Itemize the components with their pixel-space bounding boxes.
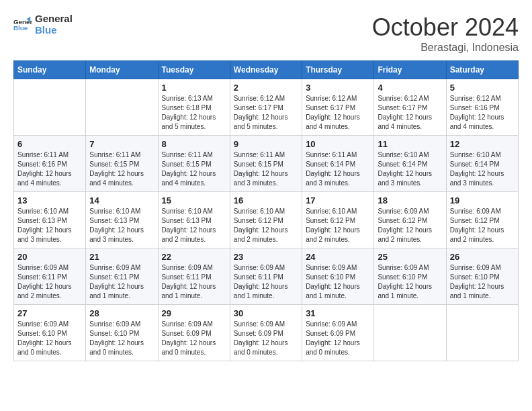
day-number: 11 — [378, 139, 442, 149]
calendar-table: SundayMondayTuesdayWednesdayThursdayFrid… — [13, 60, 519, 361]
day-info: Sunrise: 6:09 AM Sunset: 6:10 PM Dayligh… — [378, 263, 442, 301]
calendar-cell: 28Sunrise: 6:09 AM Sunset: 6:10 PM Dayli… — [86, 305, 158, 361]
calendar-cell: 6Sunrise: 6:11 AM Sunset: 6:16 PM Daylig… — [14, 136, 86, 192]
day-info: Sunrise: 6:10 AM Sunset: 6:13 PM Dayligh… — [17, 207, 82, 244]
day-info: Sunrise: 6:09 AM Sunset: 6:09 PM Dayligh… — [162, 320, 226, 357]
day-info: Sunrise: 6:12 AM Sunset: 6:17 PM Dayligh… — [306, 94, 370, 132]
calendar-cell: 5Sunrise: 6:12 AM Sunset: 6:16 PM Daylig… — [446, 79, 518, 136]
day-of-week-header: Tuesday — [158, 61, 230, 79]
day-number: 31 — [306, 308, 370, 318]
day-of-week-header: Friday — [374, 61, 446, 79]
logo-general: General — [35, 13, 73, 25]
day-number: 6 — [17, 139, 82, 149]
day-number: 10 — [306, 139, 370, 149]
day-number: 8 — [162, 139, 226, 149]
day-info: Sunrise: 6:10 AM Sunset: 6:13 PM Dayligh… — [89, 207, 154, 244]
day-info: Sunrise: 6:09 AM Sunset: 6:10 PM Dayligh… — [17, 320, 82, 357]
day-number: 15 — [162, 195, 226, 205]
day-number: 2 — [234, 83, 298, 93]
day-number: 4 — [378, 83, 442, 93]
calendar-cell: 9Sunrise: 6:11 AM Sunset: 6:15 PM Daylig… — [230, 136, 302, 192]
day-of-week-header: Monday — [86, 61, 158, 79]
calendar-cell: 4Sunrise: 6:12 AM Sunset: 6:17 PM Daylig… — [374, 79, 446, 136]
calendar-cell — [374, 305, 446, 361]
calendar-cell: 1Sunrise: 6:13 AM Sunset: 6:18 PM Daylig… — [158, 79, 230, 136]
calendar-cell: 23Sunrise: 6:09 AM Sunset: 6:11 PM Dayli… — [230, 248, 302, 305]
calendar-cell: 24Sunrise: 6:09 AM Sunset: 6:10 PM Dayli… — [302, 248, 374, 305]
calendar-cell: 31Sunrise: 6:09 AM Sunset: 6:09 PM Dayli… — [302, 305, 374, 361]
day-info: Sunrise: 6:10 AM Sunset: 6:12 PM Dayligh… — [306, 207, 370, 244]
day-of-week-header: Thursday — [302, 61, 374, 79]
day-number: 25 — [378, 252, 442, 262]
calendar-cell: 21Sunrise: 6:09 AM Sunset: 6:11 PM Dayli… — [86, 248, 158, 305]
day-of-week-header: Wednesday — [230, 61, 302, 79]
calendar-cell: 30Sunrise: 6:09 AM Sunset: 6:09 PM Dayli… — [230, 305, 302, 361]
calendar-cell: 7Sunrise: 6:11 AM Sunset: 6:15 PM Daylig… — [86, 136, 158, 192]
day-info: Sunrise: 6:11 AM Sunset: 6:15 PM Dayligh… — [162, 150, 226, 188]
day-number: 16 — [234, 195, 298, 205]
logo-blue: Blue — [35, 25, 73, 36]
day-info: Sunrise: 6:10 AM Sunset: 6:12 PM Dayligh… — [234, 207, 298, 244]
calendar-week-row: 20Sunrise: 6:09 AM Sunset: 6:11 PM Dayli… — [14, 248, 519, 305]
day-info: Sunrise: 6:09 AM Sunset: 6:11 PM Dayligh… — [17, 263, 82, 301]
svg-text:Blue: Blue — [13, 24, 28, 32]
calendar-cell: 11Sunrise: 6:10 AM Sunset: 6:14 PM Dayli… — [374, 136, 446, 192]
day-info: Sunrise: 6:11 AM Sunset: 6:15 PM Dayligh… — [234, 150, 298, 188]
calendar-cell: 17Sunrise: 6:10 AM Sunset: 6:12 PM Dayli… — [302, 192, 374, 248]
day-info: Sunrise: 6:10 AM Sunset: 6:13 PM Dayligh… — [162, 207, 226, 244]
day-info: Sunrise: 6:13 AM Sunset: 6:18 PM Dayligh… — [162, 94, 226, 132]
calendar-cell: 20Sunrise: 6:09 AM Sunset: 6:11 PM Dayli… — [14, 248, 86, 305]
day-of-week-header: Saturday — [446, 61, 518, 79]
day-info: Sunrise: 6:12 AM Sunset: 6:16 PM Dayligh… — [450, 94, 515, 132]
day-number: 24 — [306, 252, 370, 262]
day-info: Sunrise: 6:09 AM Sunset: 6:12 PM Dayligh… — [450, 207, 515, 244]
day-info: Sunrise: 6:09 AM Sunset: 6:11 PM Dayligh… — [162, 263, 226, 301]
day-number: 30 — [234, 308, 298, 318]
day-info: Sunrise: 6:09 AM Sunset: 6:10 PM Dayligh… — [89, 320, 154, 357]
day-number: 13 — [17, 195, 82, 205]
day-info: Sunrise: 6:11 AM Sunset: 6:15 PM Dayligh… — [89, 150, 154, 188]
calendar-cell: 29Sunrise: 6:09 AM Sunset: 6:09 PM Dayli… — [158, 305, 230, 361]
day-info: Sunrise: 6:09 AM Sunset: 6:09 PM Dayligh… — [234, 320, 298, 357]
calendar-cell: 18Sunrise: 6:09 AM Sunset: 6:12 PM Dayli… — [374, 192, 446, 248]
day-number: 7 — [89, 139, 154, 149]
logo: General Blue General Blue — [13, 13, 73, 36]
day-of-week-header: Sunday — [14, 61, 86, 79]
day-number: 21 — [89, 252, 154, 262]
day-number: 1 — [162, 83, 226, 93]
day-info: Sunrise: 6:09 AM Sunset: 6:10 PM Dayligh… — [450, 263, 515, 301]
calendar-cell — [446, 305, 518, 361]
calendar-cell: 13Sunrise: 6:10 AM Sunset: 6:13 PM Dayli… — [14, 192, 86, 248]
title-block: October 2024 Berastagi, Indonesia — [372, 13, 519, 54]
calendar-cell — [86, 79, 158, 136]
day-number: 27 — [17, 308, 82, 318]
calendar-header: SundayMondayTuesdayWednesdayThursdayFrid… — [14, 61, 519, 79]
calendar-cell: 27Sunrise: 6:09 AM Sunset: 6:10 PM Dayli… — [14, 305, 86, 361]
calendar-cell: 12Sunrise: 6:10 AM Sunset: 6:14 PM Dayli… — [446, 136, 518, 192]
day-info: Sunrise: 6:10 AM Sunset: 6:14 PM Dayligh… — [378, 150, 442, 188]
day-number: 28 — [89, 308, 154, 318]
calendar-cell: 19Sunrise: 6:09 AM Sunset: 6:12 PM Dayli… — [446, 192, 518, 248]
calendar-week-row: 27Sunrise: 6:09 AM Sunset: 6:10 PM Dayli… — [14, 305, 519, 361]
calendar-cell: 22Sunrise: 6:09 AM Sunset: 6:11 PM Dayli… — [158, 248, 230, 305]
day-info: Sunrise: 6:10 AM Sunset: 6:14 PM Dayligh… — [450, 150, 515, 188]
day-number: 9 — [234, 139, 298, 149]
day-info: Sunrise: 6:11 AM Sunset: 6:16 PM Dayligh… — [17, 150, 82, 188]
day-info: Sunrise: 6:09 AM Sunset: 6:10 PM Dayligh… — [306, 263, 370, 301]
calendar-cell: 15Sunrise: 6:10 AM Sunset: 6:13 PM Dayli… — [158, 192, 230, 248]
day-info: Sunrise: 6:12 AM Sunset: 6:17 PM Dayligh… — [234, 94, 298, 132]
calendar-cell: 25Sunrise: 6:09 AM Sunset: 6:10 PM Dayli… — [374, 248, 446, 305]
day-number: 5 — [450, 83, 515, 93]
logo-icon: General Blue — [13, 15, 32, 34]
day-info: Sunrise: 6:11 AM Sunset: 6:14 PM Dayligh… — [306, 150, 370, 188]
calendar-cell: 16Sunrise: 6:10 AM Sunset: 6:12 PM Dayli… — [230, 192, 302, 248]
day-number: 18 — [378, 195, 442, 205]
page-header: General Blue General Blue October 2024 B… — [13, 13, 519, 54]
location: Berastagi, Indonesia — [372, 42, 519, 54]
calendar-week-row: 13Sunrise: 6:10 AM Sunset: 6:13 PM Dayli… — [14, 192, 519, 248]
calendar-cell: 3Sunrise: 6:12 AM Sunset: 6:17 PM Daylig… — [302, 79, 374, 136]
day-number: 17 — [306, 195, 370, 205]
day-number: 19 — [450, 195, 515, 205]
calendar-cell — [14, 79, 86, 136]
day-number: 26 — [450, 252, 515, 262]
